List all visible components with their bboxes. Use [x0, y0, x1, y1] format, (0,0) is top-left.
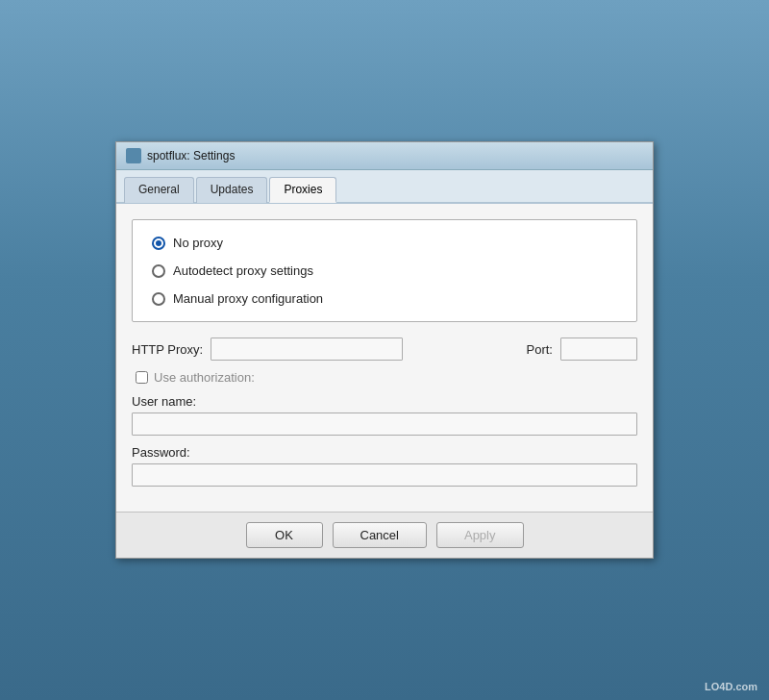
title-bar: spotflux: Settings [116, 142, 653, 170]
watermark: LO4D.com [705, 681, 757, 692]
proxy-options-group: No proxy Autodetect proxy settings Manua… [132, 219, 637, 322]
password-input[interactable] [132, 463, 637, 487]
ok-button[interactable]: OK [246, 522, 323, 548]
password-label: Password: [132, 445, 637, 460]
button-bar: OK Cancel Apply [116, 512, 653, 558]
radio-autodetect-input[interactable] [152, 264, 165, 278]
use-authorization-row: Use authorization: [136, 370, 637, 385]
tab-content-proxies: No proxy Autodetect proxy settings Manua… [116, 204, 653, 512]
http-proxy-input[interactable] [211, 338, 403, 361]
window-title: spotflux: Settings [147, 149, 235, 162]
use-authorization-label: Use authorization: [154, 370, 255, 385]
app-icon [126, 148, 141, 163]
password-group: Password: [132, 445, 637, 487]
tab-proxies[interactable]: Proxies [269, 177, 336, 203]
tab-updates[interactable]: Updates [196, 177, 268, 203]
http-proxy-row: HTTP Proxy: Port: [132, 338, 637, 361]
radio-no-proxy[interactable]: No proxy [152, 236, 617, 250]
port-label: Port: [527, 342, 553, 357]
radio-no-proxy-input[interactable] [152, 237, 165, 250]
user-name-input[interactable] [132, 412, 637, 436]
proxy-radio-group: No proxy Autodetect proxy settings Manua… [152, 236, 617, 306]
radio-manual[interactable]: Manual proxy configuration [152, 291, 617, 306]
apply-button[interactable]: Apply [436, 522, 524, 548]
port-row: Port: [410, 338, 637, 361]
cancel-button[interactable]: Cancel [333, 522, 427, 548]
settings-window: spotflux: Settings General Updates Proxi… [115, 141, 654, 559]
radio-autodetect[interactable]: Autodetect proxy settings [152, 263, 617, 278]
use-authorization-checkbox[interactable] [136, 371, 148, 384]
user-name-label: User name: [132, 394, 637, 409]
radio-manual-input[interactable] [152, 292, 165, 306]
port-input[interactable] [560, 338, 637, 361]
tab-bar: General Updates Proxies [116, 170, 653, 204]
http-proxy-label: HTTP Proxy: [132, 342, 203, 357]
user-name-group: User name: [132, 394, 637, 436]
tab-general[interactable]: General [124, 177, 194, 203]
